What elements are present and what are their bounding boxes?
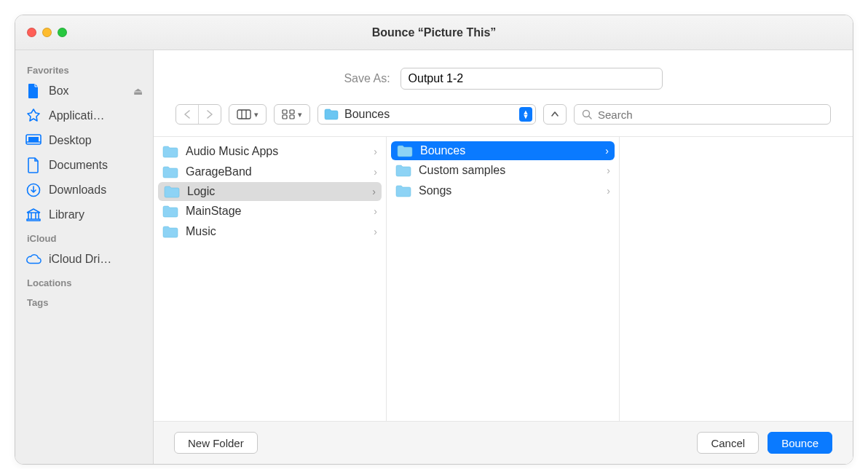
sidebar-item-label: Downloads [49,184,143,197]
chevron-right-icon: › [374,146,377,157]
chevron-right-icon: › [374,205,377,217]
save-dialog-window: Bounce “Picture This” FavoritesBox⏏Appli… [15,15,853,465]
view-options-control[interactable]: ▾ [274,104,310,125]
folder-row[interactable]: Logic› [158,182,382,201]
folder-row[interactable]: Custom samples› [387,160,619,181]
browser-column: Bounces›Custom samples›Songs› [387,137,620,421]
folder-row[interactable]: Music› [154,221,386,242]
sidebar-section-header: Locations [15,272,153,291]
sidebar-item-label: Desktop [49,134,143,147]
sidebar-item-label: Library [49,208,143,221]
folder-label: Songs [419,184,451,197]
sidebar-section-header: Tags [15,291,153,311]
path-popup[interactable]: Bounces ▲▼ [317,104,536,125]
chevron-right-icon: › [374,166,377,178]
folder-icon [162,165,178,178]
bounce-button[interactable]: Bounce [768,432,832,454]
folder-row[interactable]: Bounces› [391,141,615,160]
chevron-down-icon: ▾ [251,110,259,119]
window-title: Bounce “Picture This” [15,26,853,39]
svg-rect-9 [283,115,287,119]
chevron-right-icon: › [605,145,609,157]
chevron-down-icon: ▾ [295,110,302,119]
folder-label: Music [186,225,216,238]
close-window-button[interactable] [27,28,36,37]
sidebar-section-header: iCloud [15,227,153,247]
sidebar-item[interactable]: Library [15,202,153,227]
desktop-icon [25,133,42,149]
save-as-input[interactable] [401,68,663,90]
view-columns-control[interactable]: ▾ [229,104,267,125]
search-input[interactable] [598,109,823,121]
library-icon [25,207,42,223]
folder-icon [162,205,178,218]
browser-column: Audio Music Apps›GarageBand›Logic›MainSt… [154,137,387,421]
search-field[interactable] [574,104,831,125]
footer: New Folder Cancel Bounce [154,421,853,464]
app-icon [25,108,42,124]
columns-view-icon: ▾ [229,105,266,124]
folder-icon [397,144,413,157]
main-panel: Save As: ▾ [154,50,853,464]
sidebar-item[interactable]: Downloads [15,178,153,202]
window-controls [15,28,67,37]
folder-icon [395,164,411,177]
folder-row[interactable]: GarageBand› [154,162,386,182]
sidebar-item[interactable]: Documents [15,153,153,178]
dialog-body: FavoritesBox⏏Applicati…DesktopDocumentsD… [15,50,853,464]
grid-view-icon: ▾ [275,105,309,124]
eject-icon[interactable]: ⏏ [133,85,143,97]
folder-label: Audio Music Apps [186,145,278,158]
svg-rect-8 [290,110,294,114]
documents-icon [25,157,42,173]
folder-label: MainStage [186,205,242,218]
zoom-window-button[interactable] [58,28,67,37]
sidebar-item-label: Box [49,84,126,98]
browser-column-empty [620,137,853,421]
toolbar: ▾ ▾ Bounces ▲▼ [154,100,853,137]
chevron-right-icon: › [374,226,377,237]
sidebar-item-label: iCloud Dri… [49,253,143,266]
save-as-row: Save As: [154,50,853,100]
sidebar-item[interactable]: Desktop [15,128,153,153]
sidebar-item-label: Applicati… [49,109,143,122]
sidebar-item[interactable]: iCloud Dri… [15,247,153,272]
folder-row[interactable]: Audio Music Apps› [154,141,386,162]
folder-icon [324,109,339,120]
chevron-right-icon: › [607,185,610,197]
sidebar-section-header: Favorites [15,59,153,79]
sidebar: FavoritesBox⏏Applicati…DesktopDocumentsD… [15,50,154,464]
cancel-button[interactable]: Cancel [697,432,759,454]
folder-label: Bounces [420,144,465,157]
sidebar-item[interactable]: Applicati… [15,103,153,128]
folder-label: GarageBand [186,165,252,178]
svg-rect-1 [28,137,39,142]
column-browser: Audio Music Apps›GarageBand›Logic›MainSt… [154,137,853,421]
folder-row[interactable]: Songs› [387,181,619,201]
folder-icon [162,145,178,158]
document-icon [25,83,42,99]
forward-button[interactable] [198,105,221,124]
sidebar-item-label: Documents [49,159,143,172]
cloud-icon [25,251,42,267]
svg-rect-4 [237,110,250,119]
chevron-right-icon: › [372,186,376,197]
popup-arrows-icon: ▲▼ [519,107,532,122]
svg-line-12 [589,117,592,119]
minimize-window-button[interactable] [42,28,52,37]
folder-label: Logic [187,185,215,198]
sidebar-item[interactable]: Box⏏ [15,79,153,103]
new-folder-button[interactable]: New Folder [174,432,258,454]
collapse-button[interactable] [543,104,567,125]
back-button[interactable] [176,105,198,124]
chevron-right-icon: › [607,165,610,176]
titlebar: Bounce “Picture This” [15,15,853,50]
svg-rect-10 [290,115,294,119]
save-as-label: Save As: [344,72,390,85]
folder-icon [162,225,178,238]
folder-row[interactable]: MainStage› [154,201,386,221]
downloads-icon [25,182,42,198]
folder-label: Custom samples [419,164,505,177]
folder-icon [395,184,411,197]
path-label: Bounces [344,108,390,121]
